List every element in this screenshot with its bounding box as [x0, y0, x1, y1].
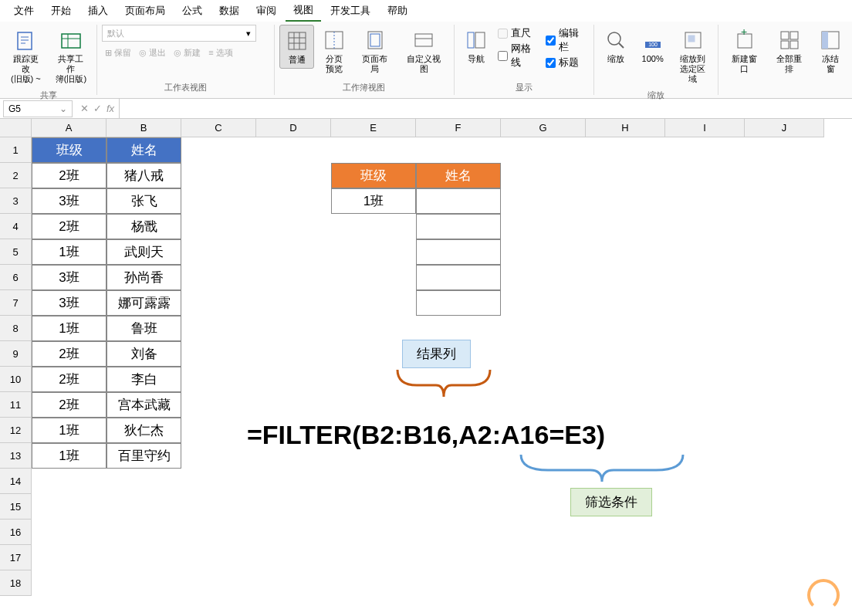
- menu-home[interactable]: 开始: [43, 1, 79, 21]
- cell[interactable]: [416, 265, 501, 290]
- column-header[interactable]: I: [665, 119, 745, 137]
- cell[interactable]: 娜可露露: [106, 290, 181, 316]
- name-box[interactable]: G5 ⌄: [3, 100, 73, 117]
- row-header[interactable]: 1: [0, 137, 32, 163]
- row-header[interactable]: 4: [0, 214, 32, 239]
- row-header[interactable]: 16: [0, 520, 32, 545]
- headings-checkbox[interactable]: 标题: [546, 56, 587, 69]
- cell[interactable]: 百里守约: [106, 443, 181, 469]
- column-header[interactable]: A: [32, 119, 106, 137]
- row-header[interactable]: 2: [0, 163, 32, 188]
- column-header[interactable]: E: [331, 119, 416, 137]
- column-header[interactable]: D: [256, 119, 331, 137]
- gridlines-checkbox[interactable]: 网格线: [498, 42, 539, 69]
- cell[interactable]: [416, 290, 501, 316]
- cell[interactable]: 1班: [32, 239, 106, 265]
- formula-input[interactable]: [119, 99, 852, 118]
- cell[interactable]: 武则天: [106, 239, 181, 265]
- formula-bar-checkbox[interactable]: 编辑栏: [546, 26, 587, 54]
- view-style-select[interactable]: 默认 ▾: [102, 25, 256, 42]
- menu-page-layout[interactable]: 页面布局: [117, 1, 173, 21]
- page-break-button[interactable]: 分页 预览: [317, 25, 351, 77]
- row-header[interactable]: 8: [0, 316, 32, 341]
- navigation-button[interactable]: 导航: [459, 25, 493, 67]
- menu-data[interactable]: 数据: [211, 1, 247, 21]
- cell[interactable]: 鲁班: [106, 316, 181, 341]
- menu-help[interactable]: 帮助: [380, 1, 415, 21]
- row-header[interactable]: 9: [0, 341, 32, 367]
- cell[interactable]: 班级: [32, 137, 106, 163]
- cell[interactable]: 孙尚香: [106, 265, 181, 290]
- normal-view-button[interactable]: 普通: [279, 25, 314, 69]
- column-header[interactable]: F: [416, 119, 501, 137]
- options-button[interactable]: 选项: [216, 47, 233, 59]
- freeze-panes-button[interactable]: 冻结窗: [813, 25, 847, 77]
- cell[interactable]: 刘备: [106, 341, 181, 367]
- confirm-icon[interactable]: ✓: [93, 103, 102, 114]
- ruler-checkbox[interactable]: 直尺: [498, 26, 539, 40]
- cell[interactable]: 狄仁杰: [106, 418, 181, 443]
- new-button[interactable]: 新建: [184, 47, 201, 59]
- row-header[interactable]: 11: [0, 392, 32, 418]
- cell[interactable]: 3班: [32, 290, 106, 316]
- cell[interactable]: 3班: [32, 188, 106, 214]
- row-header[interactable]: 14: [0, 469, 32, 494]
- cell[interactable]: 3班: [32, 265, 106, 290]
- menu-review[interactable]: 审阅: [248, 1, 284, 21]
- column-header[interactable]: H: [586, 119, 665, 137]
- zoom-100-button[interactable]: 100 100%: [636, 25, 670, 67]
- row-header[interactable]: 7: [0, 290, 32, 316]
- track-changes-button[interactable]: 跟踪更改 (旧版) ~: [5, 25, 47, 88]
- cell[interactable]: 2班: [32, 163, 106, 188]
- row-header[interactable]: 3: [0, 188, 32, 214]
- row-header[interactable]: 15: [0, 494, 32, 520]
- zoom-button[interactable]: 缩放: [599, 25, 633, 67]
- cell[interactable]: 1班: [32, 316, 106, 341]
- cell[interactable]: 姓名: [106, 137, 181, 163]
- column-header[interactable]: J: [745, 119, 824, 137]
- row-header[interactable]: 10: [0, 367, 32, 392]
- cell[interactable]: 1班: [331, 188, 416, 214]
- cell[interactable]: 宫本武藏: [106, 392, 181, 418]
- share-workbook-button[interactable]: 共享工作 簿(旧版): [50, 25, 93, 88]
- cell[interactable]: 1班: [32, 418, 106, 443]
- menu-formulas[interactable]: 公式: [174, 1, 210, 21]
- select-all-corner[interactable]: [0, 119, 32, 137]
- cell[interactable]: 班级: [331, 163, 416, 188]
- row-header[interactable]: 17: [0, 545, 32, 570]
- row-header[interactable]: 6: [0, 265, 32, 290]
- cell[interactable]: [416, 188, 501, 214]
- column-header[interactable]: G: [501, 119, 586, 137]
- row-header[interactable]: 12: [0, 418, 32, 443]
- cell[interactable]: 2班: [32, 367, 106, 392]
- zoom-selection-button[interactable]: 缩放到 选定区域: [673, 25, 713, 88]
- menu-developer[interactable]: 开发工具: [323, 1, 378, 21]
- cell[interactable]: 1班: [32, 443, 106, 469]
- exit-button[interactable]: 退出: [149, 47, 166, 59]
- cell[interactable]: 2班: [32, 341, 106, 367]
- cell[interactable]: 李白: [106, 367, 181, 392]
- fx-icon[interactable]: fx: [106, 103, 114, 114]
- cell[interactable]: 姓名: [416, 163, 501, 188]
- cell[interactable]: 猪八戒: [106, 163, 181, 188]
- new-window-button[interactable]: + 新建窗口: [723, 25, 766, 77]
- page-layout-button[interactable]: 页面布局: [354, 25, 396, 77]
- cell[interactable]: [416, 214, 501, 239]
- cell[interactable]: 2班: [32, 392, 106, 418]
- keep-button[interactable]: 保留: [114, 47, 131, 59]
- menu-file[interactable]: 文件: [6, 1, 42, 21]
- row-header[interactable]: 13: [0, 443, 32, 469]
- column-header[interactable]: C: [181, 119, 256, 137]
- arrange-all-button[interactable]: 全部重排: [769, 25, 811, 77]
- custom-view-button[interactable]: 自定义视图: [399, 25, 449, 77]
- menu-insert[interactable]: 插入: [80, 1, 116, 21]
- cancel-icon[interactable]: ✕: [80, 103, 89, 114]
- row-header[interactable]: 18: [0, 570, 32, 596]
- cell[interactable]: 张飞: [106, 188, 181, 214]
- cell[interactable]: [416, 239, 501, 265]
- menu-view[interactable]: 视图: [286, 0, 321, 22]
- cell[interactable]: 杨戬: [106, 214, 181, 239]
- row-header[interactable]: 5: [0, 239, 32, 265]
- column-header[interactable]: B: [106, 119, 181, 137]
- cell[interactable]: 2班: [32, 214, 106, 239]
